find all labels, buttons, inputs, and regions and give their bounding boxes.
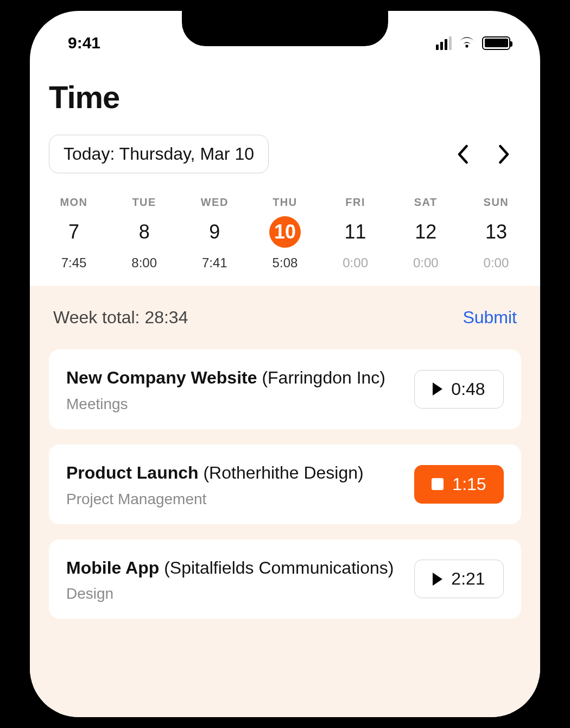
week-total: Week total: 28:34 bbox=[53, 307, 188, 328]
day-column[interactable]: THU105:08 bbox=[261, 196, 309, 271]
time-entry[interactable]: Product Launch (Rotherhithe Design)Proje… bbox=[49, 444, 521, 524]
entries-list: New Company Website (Farringdon Inc)Meet… bbox=[49, 349, 521, 619]
entry-title: Product Launch (Rotherhithe Design) bbox=[66, 461, 403, 485]
day-time: 0:00 bbox=[413, 255, 439, 271]
entry-duration: 0:48 bbox=[451, 379, 485, 399]
day-label: SAT bbox=[414, 196, 438, 209]
entry-duration: 1:15 bbox=[452, 474, 486, 494]
entry-title: Mobile App (Spitalfields Communications) bbox=[66, 556, 403, 580]
stop-icon bbox=[432, 478, 444, 490]
day-time: 7:41 bbox=[202, 255, 227, 271]
day-label: THU bbox=[273, 196, 297, 209]
day-time: 5:08 bbox=[273, 255, 298, 271]
day-column[interactable]: SUN130:00 bbox=[472, 196, 520, 271]
day-time: 7:45 bbox=[61, 255, 87, 271]
date-picker[interactable]: Today: Thursday, Mar 10 bbox=[49, 135, 269, 173]
day-time: 0:00 bbox=[343, 255, 368, 271]
day-number: 12 bbox=[415, 221, 436, 243]
screen: 9:41 Time Today: Thursday, Mar 10 bbox=[30, 11, 540, 717]
play-icon bbox=[433, 382, 442, 396]
day-time: 0:00 bbox=[484, 255, 509, 271]
day-time: 8:00 bbox=[131, 255, 157, 271]
day-column[interactable]: FRI110:00 bbox=[332, 196, 379, 271]
day-number: 10 bbox=[274, 221, 296, 243]
day-number: 9 bbox=[209, 221, 220, 243]
status-time: 9:41 bbox=[68, 34, 100, 52]
start-timer-button[interactable]: 0:48 bbox=[414, 370, 504, 409]
entry-category: Design bbox=[66, 585, 403, 603]
day-column[interactable]: TUE88:00 bbox=[121, 196, 168, 271]
chevron-left-icon bbox=[457, 145, 468, 164]
day-column[interactable]: WED97:41 bbox=[191, 196, 238, 271]
week-row: MON77:45TUE88:00WED97:41THU105:08FRI110:… bbox=[49, 193, 521, 286]
day-number: 7 bbox=[68, 221, 79, 243]
day-column[interactable]: SAT120:00 bbox=[402, 196, 449, 271]
day-label: WED bbox=[201, 196, 229, 209]
page-title: Time bbox=[49, 79, 521, 115]
phone-frame: 9:41 Time Today: Thursday, Mar 10 bbox=[19, 0, 551, 728]
day-label: SUN bbox=[484, 196, 509, 209]
entry-duration: 2:21 bbox=[451, 569, 485, 589]
prev-day-button[interactable] bbox=[457, 145, 468, 164]
play-icon bbox=[433, 573, 442, 586]
day-number: 8 bbox=[139, 221, 150, 243]
chevron-right-icon bbox=[498, 145, 510, 164]
time-entry[interactable]: Mobile App (Spitalfields Communications)… bbox=[49, 539, 521, 619]
cellular-icon bbox=[436, 36, 452, 50]
start-timer-button[interactable]: 2:21 bbox=[414, 560, 504, 598]
time-entry[interactable]: New Company Website (Farringdon Inc)Meet… bbox=[49, 349, 521, 429]
stop-timer-button[interactable]: 1:15 bbox=[414, 465, 504, 504]
day-label: FRI bbox=[345, 196, 365, 209]
entry-category: Project Management bbox=[66, 491, 403, 508]
day-column[interactable]: MON77:45 bbox=[50, 196, 98, 271]
day-label: TUE bbox=[132, 196, 156, 209]
battery-icon bbox=[482, 36, 510, 50]
day-number: 13 bbox=[485, 221, 507, 243]
next-day-button[interactable] bbox=[498, 145, 510, 164]
notch bbox=[182, 11, 388, 46]
submit-button[interactable]: Submit bbox=[463, 307, 517, 328]
wifi-icon bbox=[458, 36, 476, 49]
entry-title: New Company Website (Farringdon Inc) bbox=[66, 366, 403, 390]
day-number: 11 bbox=[345, 221, 366, 243]
day-label: MON bbox=[60, 196, 87, 209]
entry-category: Meetings bbox=[66, 396, 403, 413]
